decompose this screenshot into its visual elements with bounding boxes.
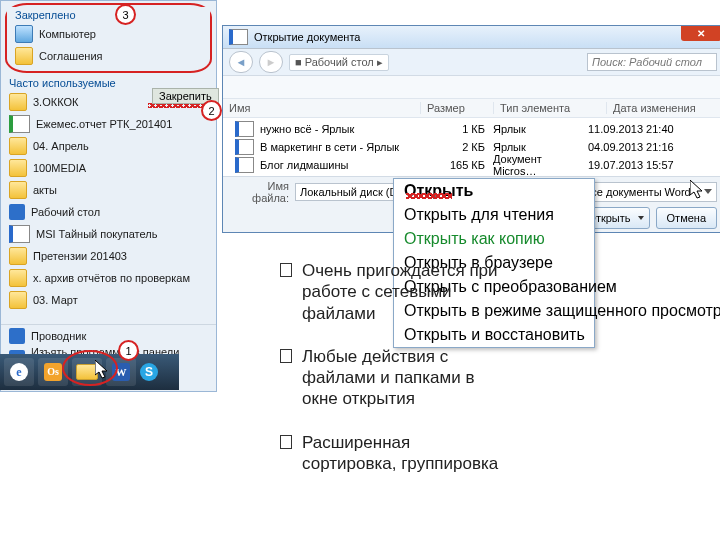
pinned-section-highlight: Закреплено Компьютер Соглашения — [5, 3, 212, 73]
folder-icon — [9, 247, 27, 265]
item-label: 03. Март — [33, 294, 78, 306]
dialog-title: Открытие документа — [254, 31, 360, 43]
filename-label: Имя файла: — [229, 180, 289, 204]
open-mode-item[interactable]: Открыть — [394, 179, 594, 203]
cell-size: 1 КБ — [430, 123, 493, 135]
item-label: 100MEDIA — [33, 162, 86, 174]
folder-icon — [9, 181, 27, 199]
frequent-item[interactable]: MSI Тайный покупатель — [1, 223, 216, 245]
search-input[interactable]: Поиск: Рабочий стол — [587, 53, 717, 71]
bullet-item: Любые действия с файлами и папками в окн… — [280, 346, 502, 410]
cursor-icon — [95, 360, 111, 380]
cell-name: В маркетинг в сети - Ярлык — [260, 141, 430, 153]
cell-size: 2 КБ — [430, 141, 493, 153]
outlook-icon: Os — [44, 363, 62, 381]
file-icon — [235, 139, 254, 155]
pinned-item-agreements[interactable]: Соглашения — [7, 45, 210, 67]
frequent-list: 3.ОККОКЕжемес.отчет РТК_20140104. Апрель… — [1, 91, 216, 311]
annotation-badge-1: 1 — [118, 340, 139, 361]
folder-icon — [9, 291, 27, 309]
bullet-item: Очень пригождается при работе с сетевыми… — [280, 260, 502, 324]
frequent-item[interactable]: х. архив отчётов по проверкам — [1, 267, 216, 289]
folder-icon — [9, 159, 27, 177]
item-label: акты — [33, 184, 57, 196]
frequent-item[interactable]: 100MEDIA — [1, 157, 216, 179]
item-label: Проводник — [31, 330, 86, 342]
annotation-badge-3: 3 — [115, 4, 136, 25]
pinned-header: Закреплено — [7, 7, 210, 23]
cell-type: Документ Micros… — [493, 153, 588, 177]
pinned-item-computer[interactable]: Компьютер — [7, 23, 210, 45]
item-label: Рабочий стол — [31, 206, 100, 218]
nav-back-icon[interactable]: ◄ — [229, 51, 253, 73]
bullet-item: Расширенная сортировка, группировка — [280, 432, 502, 475]
col-type[interactable]: Тип элемента — [494, 102, 607, 114]
item-label: 04. Апрель — [33, 140, 89, 152]
computer-icon — [15, 25, 33, 43]
taskbar-skype[interactable]: S — [140, 358, 158, 386]
column-headers[interactable]: Имя Размер Тип элемента Дата изменения — [223, 99, 720, 118]
cell-date: 19.07.2013 15:57 — [588, 159, 711, 171]
skype-icon: S — [140, 363, 158, 381]
cell-type: Ярлык — [493, 123, 588, 135]
frequent-item[interactable]: 04. Апрель — [1, 135, 216, 157]
cell-name: нужно всё - Ярлык — [260, 123, 430, 135]
col-name[interactable]: Имя — [223, 102, 421, 114]
blue-icon — [9, 328, 25, 344]
dialog-titlebar: Открытие документа — [223, 26, 720, 49]
frequent-item[interactable]: акты — [1, 179, 216, 201]
xls-icon — [9, 115, 30, 133]
blue-icon — [9, 204, 25, 220]
item-label: 3.ОККОК — [33, 96, 78, 108]
folder-icon — [9, 93, 27, 111]
col-date[interactable]: Дата изменения — [607, 102, 720, 114]
open-mode-item[interactable]: Открыть для чтения — [394, 203, 594, 227]
doc-icon — [9, 225, 30, 243]
cell-name: Блог лидмашины — [260, 159, 430, 171]
cancel-button[interactable]: Отмена — [656, 207, 717, 229]
item-label: Ежемес.отчет РТК_201401 — [36, 118, 172, 130]
cursor-icon — [690, 180, 706, 200]
explorer-jumplist: Закреплено Компьютер Соглашения Часто ис… — [0, 0, 217, 392]
item-label: Претензии 201403 — [33, 250, 127, 262]
file-row[interactable]: В маркетинг в сети - Ярлык2 КБЯрлык04.09… — [231, 138, 715, 156]
file-list: нужно всё - Ярлык1 КБЯрлык11.09.2013 21:… — [223, 118, 720, 176]
close-button[interactable] — [681, 26, 720, 41]
frequent-item[interactable]: 03. Март — [1, 289, 216, 311]
toolbar — [223, 76, 720, 99]
svg-marker-0 — [95, 360, 107, 378]
annotation-squiggle-4 — [406, 193, 452, 199]
frequent-item[interactable]: Ежемес.отчет РТК_201401 — [1, 113, 216, 135]
frequent-item[interactable]: Претензии 201403 — [1, 245, 216, 267]
annotation-badge-2: 2 — [201, 100, 222, 121]
cell-type: Ярлык — [493, 141, 588, 153]
item-label: Компьютер — [39, 28, 96, 40]
open-mode-item[interactable]: Открыть как копию — [394, 227, 594, 251]
folder-icon — [9, 137, 27, 155]
file-row[interactable]: Блог лидмашины165 КБДокумент Micros…19.0… — [231, 156, 715, 174]
ie-icon: e — [10, 363, 28, 381]
folder-icon — [15, 47, 33, 65]
cell-date: 04.09.2013 21:16 — [588, 141, 711, 153]
cell-date: 11.09.2013 21:40 — [588, 123, 711, 135]
breadcrumb[interactable]: ■ Рабочий стол ▸ — [289, 54, 389, 71]
taskbar-ie[interactable]: e — [4, 358, 34, 386]
word-doc-icon — [229, 29, 248, 45]
item-label: MSI Тайный покупатель — [36, 228, 157, 240]
file-icon — [235, 121, 254, 137]
item-label: Соглашения — [39, 50, 103, 62]
address-bar: ◄ ► ■ Рабочий стол ▸ Поиск: Рабочий стол — [223, 49, 720, 76]
footer-item[interactable]: Проводник — [1, 325, 216, 347]
nav-fwd-icon[interactable]: ► — [259, 51, 283, 73]
file-icon — [235, 157, 254, 173]
svg-marker-1 — [690, 180, 702, 198]
file-row[interactable]: нужно всё - Ярлык1 КБЯрлык11.09.2013 21:… — [231, 120, 715, 138]
folder-icon — [9, 269, 27, 287]
cell-size: 165 КБ — [430, 159, 493, 171]
item-label: х. архив отчётов по проверкам — [33, 272, 190, 284]
frequent-item[interactable]: Рабочий стол — [1, 201, 216, 223]
col-size[interactable]: Размер — [421, 102, 494, 114]
bullet-list: Очень пригождается при работе с сетевыми… — [280, 260, 502, 496]
